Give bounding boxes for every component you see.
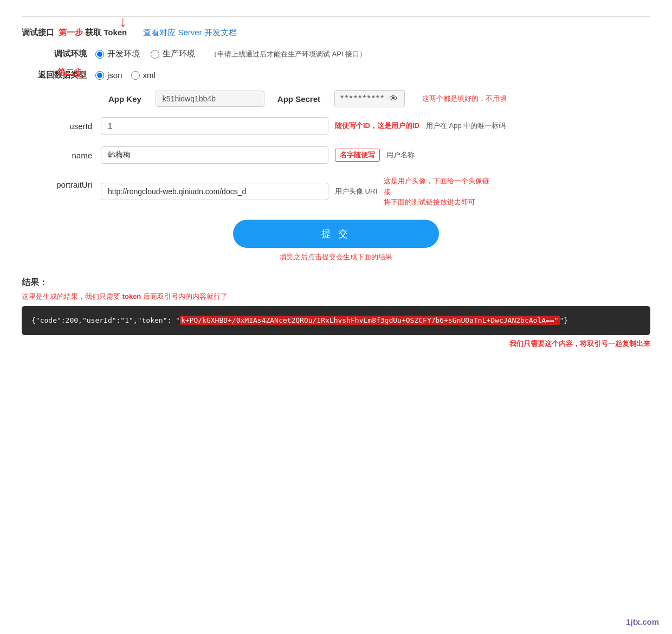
result-hint-suffix: 后面双引号内的内容就行了 (143, 292, 228, 300)
userid-placeholder: 用户在 App 中的唯一标码 (426, 121, 506, 131)
appsecret-label: App Secret (277, 94, 320, 104)
portrait-annotation: 这是用户头像，下面给一个头像链接将下面的测试链接放进去即可 (384, 176, 492, 208)
userid-input[interactable] (101, 117, 328, 135)
format-option-json[interactable]: json (95, 71, 122, 80)
credentials-section: App Key App Secret ********** 👁 这两个都是填好的… (22, 90, 650, 107)
name-input-wrap: 名字随便写 用户名称 (101, 146, 650, 164)
result-hint-prefix: 这里是生成的结果，我们只需要 (22, 292, 120, 300)
submit-note: 填完之后点击提交会生成下面的结果 (22, 252, 650, 262)
env-option-dev[interactable]: 开发环境 (95, 49, 140, 59)
appkey-input[interactable] (156, 91, 264, 107)
env-note: （申请上线通过后才能在生产环境调试 API 接口） (210, 49, 366, 59)
result-section: 结果： 这里是生成的结果，我们只需要 token 后面双引号内的内容就行了 {"… (22, 277, 650, 349)
portrait-placeholder: 用户头像 URI (335, 187, 377, 196)
result-hint-keyword: token (122, 292, 141, 300)
server-doc-link[interactable]: 查看对应 Server 开发文档 (143, 28, 237, 38)
env-option-prod[interactable]: 生产环境 (151, 49, 195, 59)
format-arrow: → (74, 69, 86, 84)
result-token: k+PQ/kGXHBD+/0xMIAs4ZANcet2QRQu/IRxLhvsh… (180, 316, 560, 325)
result-label: 结果： (22, 277, 650, 289)
appkey-group: App Key (108, 91, 264, 107)
env-prod-label: 生产环境 (163, 49, 195, 59)
result-box: {"code":200,"userId":"1","token": "k+PQ/… (22, 306, 650, 335)
format-radio-xml[interactable] (131, 71, 140, 80)
submit-button[interactable]: 提 交 (233, 220, 439, 248)
userid-label: userId (22, 117, 92, 131)
result-hint: 这里是生成的结果，我们只需要 token 后面双引号内的内容就行了 (22, 292, 650, 302)
format-option-xml[interactable]: xml (131, 71, 156, 80)
credentials-row: App Key App Secret ********** 👁 这两个都是填好的… (22, 90, 650, 107)
result-json-suffix: "} (560, 316, 568, 324)
env-dev-label: 开发环境 (107, 49, 140, 59)
copy-note: 我们只需要这个内容，将双引号一起复制出来 (509, 340, 650, 348)
eye-icon[interactable]: 👁 (389, 94, 399, 104)
env-row: 调试环境 开发环境 生产环境 （申请上线通过后才能在生产环境调试 API 接口） (22, 49, 650, 59)
step1-prefix: 调试接口 (22, 28, 54, 38)
appsecret-group: App Secret ********** 👁 (277, 90, 405, 107)
name-annotation: 名字随便写 (335, 149, 380, 162)
name-label: name (22, 146, 92, 160)
appsecret-value: ********** (340, 94, 385, 104)
userid-input-wrap: 随便写个ID，这是用户的ID 用户在 App 中的唯一标码 (101, 117, 650, 135)
result-json-prefix: {"code":200,"userId":"1","token": " (31, 316, 180, 324)
step1-label: 第一步 (59, 28, 83, 38)
env-radio-prod[interactable] (151, 50, 159, 59)
format-row: 返回数据类型 第二步 → json xml (22, 70, 650, 80)
name-field-row: name 名字随便写 用户名称 (22, 146, 650, 164)
env-label: 调试环境 (22, 49, 87, 59)
header-row: 调试接口 第一步 获取 Token 查看对应 Server 开发文档 ↓ (22, 28, 650, 38)
portrait-input-wrap: 用户头像 URI 这是用户头像，下面给一个头像链接将下面的测试链接放进去即可 (101, 176, 650, 208)
portrait-input[interactable] (101, 183, 328, 200)
credentials-hint: 这两个都是填好的，不用填 (422, 94, 507, 104)
env-radio-group: 开发环境 生产环境 （申请上线通过后才能在生产环境调试 API 接口） (95, 49, 366, 59)
portrait-label: portraitUri (22, 176, 92, 189)
userid-annotation: 随便写个ID，这是用户的ID (335, 121, 419, 131)
format-xml-label: xml (143, 71, 156, 80)
submit-area: 提 交 填完之后点击提交会生成下面的结果 (22, 220, 650, 262)
name-input[interactable] (101, 146, 328, 164)
name-placeholder: 用户名称 (386, 150, 415, 160)
appsecret-box: ********** 👁 (334, 90, 405, 107)
appkey-label: App Key (108, 94, 141, 104)
header-arrow: ↓ (119, 13, 127, 30)
format-radio-json[interactable] (95, 71, 104, 80)
format-json-label: json (107, 71, 122, 80)
env-radio-dev[interactable] (95, 50, 104, 59)
portrait-field-row: portraitUri 用户头像 URI 这是用户头像，下面给一个头像链接将下面… (22, 176, 650, 208)
userid-field-row: userId 随便写个ID，这是用户的ID 用户在 App 中的唯一标码 (22, 117, 650, 135)
